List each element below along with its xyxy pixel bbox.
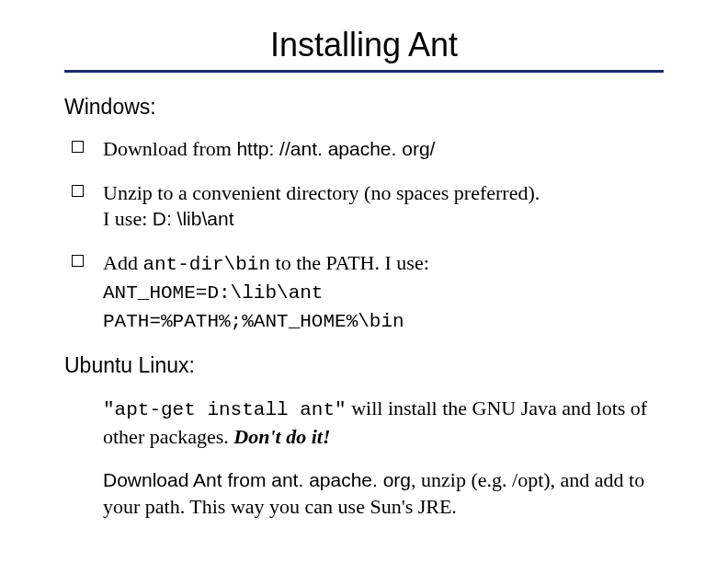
windows-heading: Windows: <box>64 95 664 120</box>
path-code-path: PATH=%PATH%;%ANT_HOME%\bin <box>103 310 664 335</box>
dl-pre: Download Ant from <box>103 469 271 490</box>
ubuntu-heading: Ubuntu Linux: <box>64 353 664 378</box>
aptget-warning: Don't do it! <box>233 425 330 448</box>
unzip-path: D: \lib\ant <box>153 208 234 229</box>
path-bin: ant-dir\bin <box>142 254 270 275</box>
bullet-download: Download from http: //ant. apache. org/ <box>68 136 664 162</box>
download-url: http: //ant. apache. org/ <box>236 138 435 159</box>
bullet-unzip: Unzip to a convenient directory (no spac… <box>68 180 664 232</box>
bullet-download-text: Download from <box>103 137 236 160</box>
slide-title: Installing Ant <box>64 26 664 64</box>
windows-bullets: Download from http: //ant. apache. org/ … <box>64 136 664 335</box>
unzip-line1: Unzip to a convenient directory (no spac… <box>103 181 540 204</box>
path-line1-post: to the PATH. I use: <box>270 251 429 274</box>
bullet-path: Add ant-dir\bin to the PATH. I use: ANT_… <box>68 250 664 335</box>
ubuntu-paragraph-1: "apt-get install ant" will install the G… <box>64 395 664 450</box>
title-rule <box>64 70 664 73</box>
slide: Installing Ant Windows: Download from ht… <box>0 0 728 563</box>
path-line1-pre: Add <box>103 251 142 274</box>
unzip-line2-pre: I use: <box>103 207 153 230</box>
ubuntu-paragraph-2: Download Ant from ant. apache. org, unzi… <box>64 466 664 520</box>
dl-host: ant. apache. org <box>271 469 411 490</box>
path-code-anthome: ANT_HOME=D:\lib\ant <box>103 282 664 306</box>
aptget-command: "apt-get install ant" <box>103 399 347 420</box>
